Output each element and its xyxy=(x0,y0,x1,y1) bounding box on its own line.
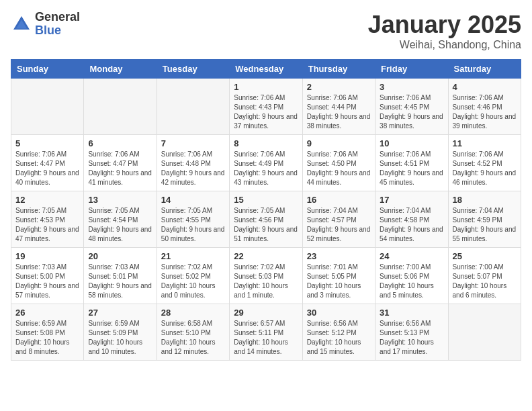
day-info: Sunrise: 7:00 AM Sunset: 5:07 PM Dayligh… xyxy=(453,263,517,300)
calendar-cell: 22Sunrise: 7:02 AM Sunset: 5:03 PM Dayli… xyxy=(230,248,302,304)
calendar-cell: 6Sunrise: 7:06 AM Sunset: 4:47 PM Daylig… xyxy=(84,135,157,191)
day-number: 30 xyxy=(307,308,371,318)
day-info: Sunrise: 6:59 AM Sunset: 5:09 PM Dayligh… xyxy=(88,319,152,357)
calendar-cell: 23Sunrise: 7:01 AM Sunset: 5:05 PM Dayli… xyxy=(302,248,375,304)
calendar-cell: 7Sunrise: 7:06 AM Sunset: 4:48 PM Daylig… xyxy=(157,135,229,191)
day-info: Sunrise: 7:06 AM Sunset: 4:50 PM Dayligh… xyxy=(307,150,371,187)
calendar-cell: 15Sunrise: 7:05 AM Sunset: 4:56 PM Dayli… xyxy=(230,191,302,248)
calendar-cell xyxy=(448,304,521,361)
day-info: Sunrise: 7:05 AM Sunset: 4:54 PM Dayligh… xyxy=(88,206,152,244)
day-info: Sunrise: 6:56 AM Sunset: 5:13 PM Dayligh… xyxy=(380,319,443,357)
day-number: 12 xyxy=(15,195,79,205)
calendar-week-row: 26Sunrise: 6:59 AM Sunset: 5:08 PM Dayli… xyxy=(11,304,521,361)
logo: General Blue xyxy=(11,11,80,38)
day-info: Sunrise: 7:06 AM Sunset: 4:51 PM Dayligh… xyxy=(380,150,443,187)
calendar-cell: 11Sunrise: 7:06 AM Sunset: 4:52 PM Dayli… xyxy=(448,135,521,191)
calendar-cell: 3Sunrise: 7:06 AM Sunset: 4:45 PM Daylig… xyxy=(375,79,448,135)
day-number: 7 xyxy=(161,138,225,148)
calendar-cell: 24Sunrise: 7:00 AM Sunset: 5:06 PM Dayli… xyxy=(375,248,448,304)
day-info: Sunrise: 7:04 AM Sunset: 4:58 PM Dayligh… xyxy=(380,206,443,244)
day-number: 4 xyxy=(453,82,517,92)
calendar-cell xyxy=(157,79,229,135)
day-number: 2 xyxy=(307,82,371,92)
calendar-cell xyxy=(11,79,84,135)
calendar-cell: 29Sunrise: 6:57 AM Sunset: 5:11 PM Dayli… xyxy=(230,304,302,361)
calendar-header-day: Wednesday xyxy=(230,60,302,79)
calendar-subtitle: Weihai, Shandong, China xyxy=(368,39,521,51)
day-info: Sunrise: 7:05 AM Sunset: 4:56 PM Dayligh… xyxy=(234,206,298,244)
day-number: 26 xyxy=(15,308,79,318)
calendar-header-day: Tuesday xyxy=(157,60,229,79)
day-number: 28 xyxy=(161,308,225,318)
logo-blue-text: Blue xyxy=(35,24,80,38)
calendar-cell: 30Sunrise: 6:56 AM Sunset: 5:12 PM Dayli… xyxy=(302,304,375,361)
day-info: Sunrise: 6:57 AM Sunset: 5:11 PM Dayligh… xyxy=(234,319,298,357)
calendar-cell: 19Sunrise: 7:03 AM Sunset: 5:00 PM Dayli… xyxy=(11,248,84,304)
calendar-cell xyxy=(84,79,157,135)
calendar-title: January 2025 xyxy=(368,11,521,39)
day-info: Sunrise: 7:04 AM Sunset: 4:59 PM Dayligh… xyxy=(453,206,517,244)
calendar-header-day: Thursday xyxy=(302,60,375,79)
day-number: 21 xyxy=(161,251,225,261)
calendar-cell: 31Sunrise: 6:56 AM Sunset: 5:13 PM Dayli… xyxy=(375,304,448,361)
calendar-header-day: Monday xyxy=(84,60,157,79)
calendar-header-day: Friday xyxy=(375,60,448,79)
day-number: 27 xyxy=(88,308,152,318)
day-info: Sunrise: 7:06 AM Sunset: 4:47 PM Dayligh… xyxy=(15,150,79,187)
day-info: Sunrise: 7:02 AM Sunset: 5:03 PM Dayligh… xyxy=(234,263,298,300)
logo-text: General Blue xyxy=(35,11,80,38)
title-section: January 2025 Weihai, Shandong, China xyxy=(368,11,521,51)
calendar-cell: 10Sunrise: 7:06 AM Sunset: 4:51 PM Dayli… xyxy=(375,135,448,191)
logo-icon xyxy=(11,13,32,35)
calendar-cell: 4Sunrise: 7:06 AM Sunset: 4:46 PM Daylig… xyxy=(448,79,521,135)
calendar-cell: 18Sunrise: 7:04 AM Sunset: 4:59 PM Dayli… xyxy=(448,191,521,248)
day-info: Sunrise: 7:05 AM Sunset: 4:55 PM Dayligh… xyxy=(161,206,225,244)
day-info: Sunrise: 7:05 AM Sunset: 4:53 PM Dayligh… xyxy=(15,206,79,244)
day-info: Sunrise: 7:00 AM Sunset: 5:06 PM Dayligh… xyxy=(380,263,443,300)
calendar-cell: 14Sunrise: 7:05 AM Sunset: 4:55 PM Dayli… xyxy=(157,191,229,248)
calendar-header-day: Saturday xyxy=(448,60,521,79)
calendar-cell: 16Sunrise: 7:04 AM Sunset: 4:57 PM Dayli… xyxy=(302,191,375,248)
day-number: 15 xyxy=(234,195,298,205)
calendar-cell: 8Sunrise: 7:06 AM Sunset: 4:49 PM Daylig… xyxy=(230,135,302,191)
day-number: 17 xyxy=(380,195,443,205)
calendar-cell: 5Sunrise: 7:06 AM Sunset: 4:47 PM Daylig… xyxy=(11,135,84,191)
day-info: Sunrise: 7:06 AM Sunset: 4:48 PM Dayligh… xyxy=(161,150,225,187)
day-number: 9 xyxy=(307,138,371,148)
day-info: Sunrise: 6:59 AM Sunset: 5:08 PM Dayligh… xyxy=(15,319,79,357)
day-number: 18 xyxy=(453,195,517,205)
header: General Blue January 2025 Weihai, Shando… xyxy=(11,11,521,51)
day-number: 11 xyxy=(453,138,517,148)
calendar-cell: 13Sunrise: 7:05 AM Sunset: 4:54 PM Dayli… xyxy=(84,191,157,248)
calendar-cell: 28Sunrise: 6:58 AM Sunset: 5:10 PM Dayli… xyxy=(157,304,229,361)
day-info: Sunrise: 7:04 AM Sunset: 4:57 PM Dayligh… xyxy=(307,206,371,244)
day-number: 13 xyxy=(88,195,152,205)
day-info: Sunrise: 7:02 AM Sunset: 5:02 PM Dayligh… xyxy=(161,263,225,300)
calendar-week-row: 5Sunrise: 7:06 AM Sunset: 4:47 PM Daylig… xyxy=(11,135,521,191)
day-number: 24 xyxy=(380,251,443,261)
calendar-header-row: SundayMondayTuesdayWednesdayThursdayFrid… xyxy=(11,60,521,79)
logo-general-text: General xyxy=(35,11,80,24)
day-number: 20 xyxy=(88,251,152,261)
day-number: 6 xyxy=(88,138,152,148)
day-info: Sunrise: 7:06 AM Sunset: 4:46 PM Dayligh… xyxy=(453,93,517,131)
day-number: 5 xyxy=(15,138,79,148)
calendar-cell: 17Sunrise: 7:04 AM Sunset: 4:58 PM Dayli… xyxy=(375,191,448,248)
calendar-week-row: 1Sunrise: 7:06 AM Sunset: 4:43 PM Daylig… xyxy=(11,79,521,135)
day-number: 16 xyxy=(307,195,371,205)
day-info: Sunrise: 6:56 AM Sunset: 5:12 PM Dayligh… xyxy=(307,319,371,357)
day-number: 25 xyxy=(453,251,517,261)
calendar-header-day: Sunday xyxy=(11,60,84,79)
day-number: 23 xyxy=(307,251,371,261)
calendar-cell: 12Sunrise: 7:05 AM Sunset: 4:53 PM Dayli… xyxy=(11,191,84,248)
calendar-cell: 21Sunrise: 7:02 AM Sunset: 5:02 PM Dayli… xyxy=(157,248,229,304)
day-number: 8 xyxy=(234,138,298,148)
day-info: Sunrise: 7:06 AM Sunset: 4:44 PM Dayligh… xyxy=(307,93,371,131)
day-info: Sunrise: 7:06 AM Sunset: 4:47 PM Dayligh… xyxy=(88,150,152,187)
day-info: Sunrise: 7:03 AM Sunset: 5:00 PM Dayligh… xyxy=(15,263,79,300)
calendar-cell: 20Sunrise: 7:03 AM Sunset: 5:01 PM Dayli… xyxy=(84,248,157,304)
day-number: 14 xyxy=(161,195,225,205)
day-number: 31 xyxy=(380,308,443,318)
day-info: Sunrise: 7:06 AM Sunset: 4:49 PM Dayligh… xyxy=(234,150,298,187)
day-info: Sunrise: 7:06 AM Sunset: 4:43 PM Dayligh… xyxy=(234,93,298,131)
